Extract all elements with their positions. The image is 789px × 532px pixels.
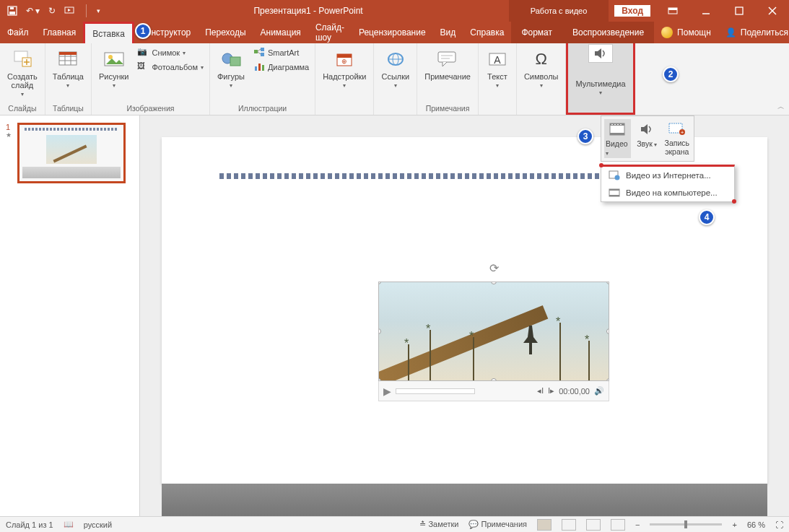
new-slide-icon [11, 48, 34, 71]
comments-button[interactable]: 💬 Примечания [468, 520, 527, 529]
play-icon[interactable]: ▶ [383, 385, 391, 397]
svg-rect-31 [262, 65, 264, 71]
video-from-internet[interactable]: Видео из Интернета... [601, 167, 734, 184]
chart-button[interactable]: Диаграмма [252, 61, 310, 74]
resize-handle[interactable] [378, 282, 381, 284]
tab-insert[interactable]: Вставка [83, 22, 134, 43]
media-audio-button[interactable]: Звук [634, 119, 661, 158]
signin-button[interactable]: Вход [614, 5, 650, 17]
step-fwd-icon[interactable]: Ⅰ▸ [548, 386, 554, 396]
pictures-button[interactable]: Рисунки [96, 46, 132, 90]
svg-text:+: + [680, 129, 684, 136]
resize-handle[interactable] [606, 282, 609, 284]
zoom-out-icon[interactable]: − [635, 520, 640, 529]
tab-home[interactable]: Главная [36, 22, 84, 43]
tab-playback[interactable]: Воспроизведение [562, 22, 654, 43]
video-frame[interactable] [378, 282, 609, 381]
fit-window-icon[interactable]: ⛶ [775, 520, 783, 529]
video-from-computer[interactable]: Видео на компьютере... [601, 184, 734, 201]
share-button[interactable]: 👤Поделиться [718, 22, 789, 43]
resize-handle[interactable] [378, 328, 381, 334]
table-icon [56, 48, 79, 71]
tab-review[interactable]: Рецензирование [352, 22, 433, 43]
tab-file[interactable]: Файл [0, 22, 36, 43]
thumb-number: 1 [6, 123, 13, 131]
group-text: AТекст [479, 43, 517, 115]
symbols-button[interactable]: ΩСимволы [521, 46, 562, 90]
notes-button[interactable]: ≛ Заметки [419, 520, 458, 529]
redo-icon[interactable]: ↻ [48, 6, 56, 16]
zoom-slider[interactable] [650, 523, 722, 526]
callout-3: 3 [577, 128, 593, 144]
video-player-bar: ▶ ◂Ⅰ Ⅰ▸ 00:00,00 🔊 [378, 381, 609, 401]
tab-help[interactable]: Справка [463, 22, 511, 43]
status-bar: Слайд 1 из 1 📖 русский ≛ Заметки 💬 Приме… [0, 516, 789, 532]
media-button[interactable]: Мультимедиа [572, 78, 628, 97]
new-slide-button[interactable]: Создать слайд [4, 46, 40, 99]
photo-album-button[interactable]: 🖼Фотоальбом [136, 61, 205, 74]
slide-thumb-1[interactable] [17, 123, 126, 183]
slideshow-icon[interactable] [64, 6, 76, 16]
svg-rect-1 [9, 12, 15, 14]
svg-rect-24 [254, 50, 258, 53]
tab-format[interactable]: Формат [511, 22, 562, 43]
quick-access-toolbar: ↶ ▾ ↻ ▾ [0, 4, 108, 17]
shapes-button[interactable]: Фигуры [214, 46, 248, 90]
video-online-icon [609, 170, 620, 180]
step-back-icon[interactable]: ◂Ⅰ [537, 386, 544, 396]
view-slideshow-icon[interactable] [611, 519, 625, 531]
qat-customize-icon[interactable]: ▾ [97, 7, 100, 14]
smartart-icon [253, 47, 265, 58]
resize-handle[interactable] [606, 378, 609, 381]
symbol-icon: Ω [530, 48, 553, 71]
screenshot-button[interactable]: 📷Снимок [136, 46, 205, 59]
zoom-in-icon[interactable]: + [732, 520, 736, 529]
minimize-icon[interactable] [689, 0, 723, 22]
svg-rect-5 [668, 8, 677, 10]
ribbon-options-icon[interactable] [656, 0, 689, 22]
group-media: Мультимедиа [566, 43, 635, 115]
addins-button[interactable]: ⊕Надстройки [320, 46, 369, 90]
rotate-handle-icon[interactable]: ⟳ [489, 261, 499, 275]
svg-rect-19 [59, 52, 77, 55]
screenshot-icon: 📷 [137, 47, 149, 58]
view-normal-icon[interactable] [537, 519, 552, 531]
tab-animations[interactable]: Анимация [253, 22, 308, 43]
svg-line-27 [258, 49, 261, 51]
tell-me[interactable]: Помощн [654, 22, 718, 43]
svg-rect-48 [617, 124, 619, 125]
view-reading-icon[interactable] [586, 519, 601, 531]
media-dropdown: Видео Звук + Запись экрана [601, 115, 694, 162]
collapse-ribbon-icon[interactable]: ︿ [777, 102, 785, 112]
links-button[interactable]: Ссылки [378, 46, 412, 90]
tab-view[interactable]: Вид [433, 22, 463, 43]
language[interactable]: русский [84, 520, 112, 529]
callout-1: 1 [135, 23, 151, 39]
media-video-button[interactable]: Видео [604, 119, 631, 158]
video-object[interactable]: ⟳ ▶ [378, 282, 609, 401]
svg-rect-25 [261, 48, 264, 51]
group-symbols: ΩСимволы [517, 43, 567, 115]
close-icon[interactable] [756, 0, 789, 22]
volume-icon[interactable]: 🔊 [594, 386, 604, 396]
comment-button[interactable]: Примечание [422, 46, 474, 82]
resize-handle[interactable] [378, 378, 381, 381]
tab-transitions[interactable]: Переходы [198, 22, 253, 43]
tab-slideshow[interactable]: Слайд-шоу [308, 22, 352, 43]
text-button[interactable]: AТекст [483, 46, 512, 90]
zoom-level[interactable]: 66 % [747, 520, 765, 529]
resize-handle[interactable] [606, 328, 609, 334]
media-screenrec-button[interactable]: + Запись экрана [663, 119, 691, 158]
view-sorter-icon[interactable] [562, 519, 576, 531]
table-button[interactable]: Таблица [50, 46, 87, 90]
smartart-button[interactable]: SmartArt [252, 46, 310, 59]
video-file-icon [609, 188, 620, 198]
resize-handle[interactable] [491, 282, 497, 284]
seek-track[interactable] [396, 388, 475, 394]
maximize-icon[interactable] [723, 0, 756, 22]
undo-icon[interactable]: ↶ ▾ [26, 6, 40, 16]
slide-counter[interactable]: Слайд 1 из 1 [6, 520, 53, 529]
save-icon[interactable] [7, 6, 17, 16]
spellcheck-icon[interactable]: 📖 [64, 520, 74, 529]
resize-handle[interactable] [491, 378, 497, 381]
